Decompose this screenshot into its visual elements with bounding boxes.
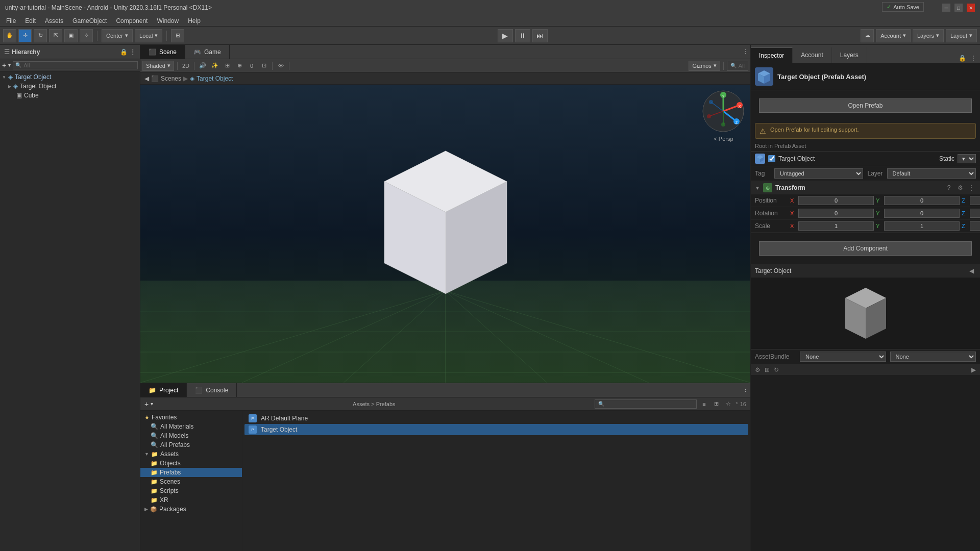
layer-dropdown[interactable]: Default [887,168,976,179]
objects-folder[interactable]: 📁 Objects [140,459,242,468]
snap-btn[interactable]: ⊞ [171,29,184,42]
insp-settings-icon[interactable]: ⚙ [755,366,761,373]
project-search[interactable]: 🔍 [595,399,697,409]
auto-save-button[interactable]: ✓ Auto Save [882,2,924,12]
inspector-lock-btn[interactable]: 🔒 [958,54,967,63]
menu-assets[interactable]: Assets [41,16,67,26]
prefabs-folder[interactable]: 📁 Prefabs [140,468,242,477]
insp-filter-icon[interactable]: ⊞ [765,366,770,373]
shading-dropdown[interactable]: Shaded ▾ [142,61,174,71]
scene-tools-btn[interactable]: ⊞ [222,61,232,71]
scale-z-input[interactable] [970,221,980,231]
menu-edit[interactable]: Edit [21,16,40,26]
tab-console[interactable]: ⬛ Console [187,383,237,397]
tool-rect[interactable]: ▣ [64,29,78,42]
tab-account[interactable]: Account [793,47,831,63]
position-y-input[interactable] [884,196,960,205]
open-prefab-button[interactable]: Open Prefab [759,98,972,113]
back-arrow[interactable]: ◀ [144,75,149,82]
hierarchy-add-btn[interactable]: + [2,61,6,69]
pivot-dropdown[interactable]: Center ▾ [102,29,133,42]
tool-rotate[interactable]: ↻ [34,29,47,42]
scale-x-input[interactable] [798,221,874,231]
go-active-checkbox[interactable] [768,155,775,162]
collab-button[interactable]: ☁ [861,29,874,42]
proj-add-btn[interactable]: + [144,400,149,408]
scene-toggle2[interactable]: 0 [247,61,257,71]
tab-game[interactable]: 🎮 Game [185,45,230,59]
scene-view[interactable]: Y X Z < Persp [140,85,750,383]
transform-help-btn[interactable]: ? [944,183,953,192]
fx-btn[interactable]: ✨ [210,61,220,71]
scene-toggle3[interactable]: ⊡ [259,61,269,71]
scene-toggle1[interactable]: ⊕ [234,61,244,71]
gizmos-dropdown[interactable]: Gizmos ▾ [689,61,720,71]
tab-layers[interactable]: Layers [832,47,867,63]
scene-more-btn[interactable]: ⋮ [740,47,750,57]
menu-help[interactable]: Help [184,16,205,26]
static-dropdown[interactable]: ▾ [958,154,976,163]
hierarchy-item-target-object[interactable]: ▶ ◈ Target Object [0,82,140,91]
transform-settings-btn[interactable]: ⚙ [955,183,965,192]
window-controls[interactable]: ─ □ ✕ [942,4,975,12]
favorites-all-models[interactable]: 🔍 All Models [140,431,242,440]
tab-project[interactable]: 📁 Project [140,383,187,397]
play-button[interactable]: ▶ [498,29,513,42]
preview-collapse-btn[interactable]: ◀ [967,266,976,276]
hierarchy-search[interactable]: 🔍 All [13,61,138,69]
favorites-all-prefabs[interactable]: 🔍 All Prefabs [140,440,242,449]
insp-refresh-icon[interactable]: ↻ [774,366,779,373]
favorites-header[interactable]: ★ Favorites [140,413,242,422]
proj-list-view[interactable]: ≡ [699,399,709,409]
audio-btn[interactable]: 🔊 [198,61,208,71]
assetbundle-name-dropdown[interactable]: None [800,352,886,362]
hierarchy-more-icon[interactable]: ⋮ [130,48,136,56]
add-component-button[interactable]: Add Component [759,241,972,256]
transform-more-btn[interactable]: ⋮ [967,183,976,192]
hierarchy-dropdown-btn[interactable]: ▾ [8,62,11,68]
menu-component[interactable]: Component [112,16,152,26]
scenes-folder[interactable]: 📁 Scenes [140,477,242,486]
tab-scene[interactable]: ⬛ Scene [140,45,185,59]
layers-dropdown[interactable]: Layers ▾ [913,29,944,42]
position-z-input[interactable] [970,196,980,205]
proj-grid-view[interactable]: ⊞ [711,399,721,409]
step-button[interactable]: ⏭ [532,29,548,42]
menu-file[interactable]: File [2,16,20,26]
tab-inspector[interactable]: Inspector [751,47,793,63]
transform-header[interactable]: ▼ ⊕ Transform ? ⚙ ⋮ [751,181,980,194]
tool-scale[interactable]: ⇱ [49,29,62,42]
insp-right-arrow[interactable]: ▶ [971,366,976,373]
packages-folder[interactable]: ▶ 📦 Packages [140,505,242,514]
tool-custom[interactable]: ✧ [80,29,93,42]
layout-dropdown[interactable]: Layout ▾ [946,29,977,42]
maximize-button[interactable]: □ [954,4,963,12]
tool-move[interactable]: ✛ [18,29,32,42]
account-dropdown[interactable]: Account ▾ [876,29,911,42]
inspector-more-btn[interactable]: ⋮ [969,54,978,63]
proj-add-dropdown[interactable]: ▾ [151,401,153,407]
rotation-z-input[interactable] [970,209,980,218]
tag-dropdown[interactable]: Untagged [774,168,863,179]
minimize-button[interactable]: ─ [942,4,950,12]
space-dropdown[interactable]: Local ▾ [135,29,162,42]
tool-hand[interactable]: ✋ [3,29,16,42]
persp-label[interactable]: < Persp [702,136,745,142]
scripts-folder[interactable]: 📁 Scripts [140,486,242,495]
rotation-x-input[interactable] [798,209,874,218]
hierarchy-item-cube[interactable]: ▣ Cube [0,91,140,100]
breadcrumb-scenes[interactable]: Scenes [161,75,181,82]
close-button[interactable]: ✕ [967,4,975,12]
asset-target-object[interactable]: P Target Object [244,424,748,435]
favorites-all-materials[interactable]: 🔍 All Materials [140,422,242,431]
assets-folder[interactable]: ▼ 📁 Assets [140,449,242,459]
xr-folder[interactable]: 📁 XR [140,495,242,505]
assetbundle-variant-dropdown[interactable]: None [890,352,976,362]
pause-button[interactable]: ⏸ [515,29,530,42]
scene-hide-btn[interactable]: 👁 [276,61,286,71]
hierarchy-root[interactable]: ▼ ◈ Target Object [0,72,140,82]
project-more-btn[interactable]: ⋮ [740,385,750,395]
hierarchy-lock-icon[interactable]: 🔒 [120,48,128,56]
2d-toggle[interactable]: 2D [181,61,191,71]
scene-search[interactable]: 🔍 All [727,61,748,71]
